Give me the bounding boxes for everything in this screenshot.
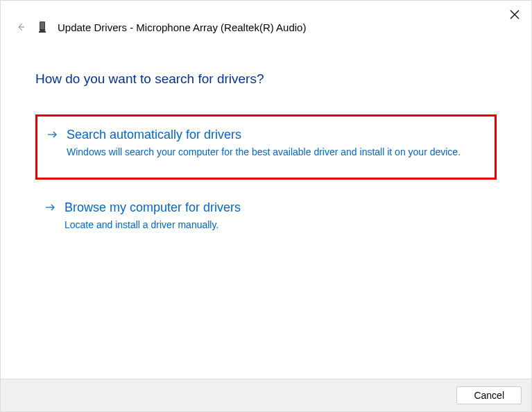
close-button[interactable] [508, 8, 522, 22]
option-browse-computer[interactable]: Browse my computer for drivers Locate an… [35, 192, 497, 243]
dialog-content: How do you want to search for drivers? S… [1, 41, 531, 243]
option-search-automatically[interactable]: Search automatically for drivers Windows… [35, 114, 497, 180]
cancel-button[interactable]: Cancel [456, 386, 522, 404]
option-description: Windows will search your computer for th… [67, 145, 485, 160]
dialog-footer: Cancel [1, 379, 531, 411]
option-description: Locate and install a driver manually. [65, 218, 487, 232]
dialog-title: Update Drivers - Microphone Array (Realt… [58, 22, 306, 33]
svg-rect-4 [40, 22, 44, 29]
question-heading: How do you want to search for drivers? [35, 71, 497, 87]
back-button[interactable] [15, 22, 27, 32]
device-icon [37, 20, 48, 34]
back-arrow-icon [16, 22, 26, 32]
option-title: Browse my computer for drivers [65, 200, 487, 215]
update-drivers-dialog: Update Drivers - Microphone Array (Realt… [0, 0, 532, 412]
arrow-right-icon [45, 203, 56, 215]
dialog-header: Update Drivers - Microphone Array (Realt… [1, 1, 531, 41]
svg-rect-5 [39, 31, 46, 33]
close-icon [510, 10, 520, 19]
option-title: Search automatically for drivers [67, 128, 485, 142]
arrow-right-icon [47, 130, 58, 142]
